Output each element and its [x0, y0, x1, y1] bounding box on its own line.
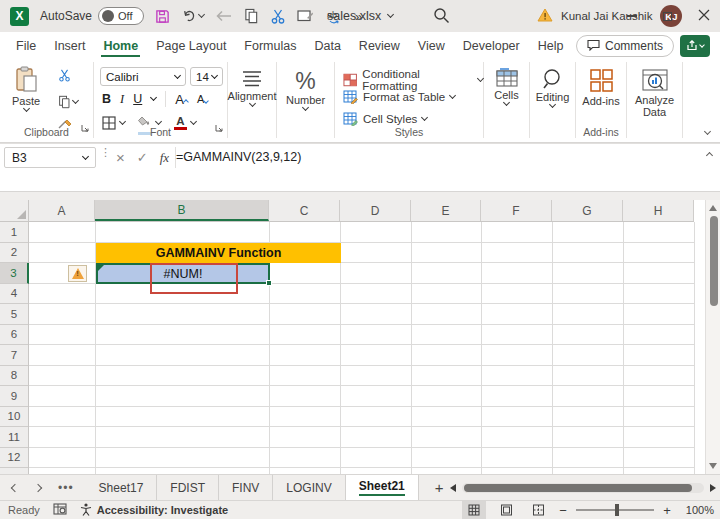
tab-developer[interactable]: Developer: [461, 35, 522, 57]
document-title[interactable]: sales.xlsx: [327, 0, 393, 32]
decrease-font-button[interactable]: A: [197, 93, 208, 105]
sheet-tab-finv[interactable]: FINV: [219, 475, 273, 500]
scroll-down-icon[interactable]: [709, 463, 717, 469]
tab-file[interactable]: File: [14, 35, 38, 57]
conditional-formatting-button[interactable]: Conditional Formatting: [343, 68, 483, 92]
addins-button[interactable]: Add-ins: [576, 68, 626, 107]
row-header-5[interactable]: 5: [0, 304, 28, 325]
number-button[interactable]: % Number: [277, 70, 334, 110]
vertical-scroll-thumb[interactable]: [710, 216, 718, 306]
autosave-toggle[interactable]: AutoSave Off: [40, 7, 144, 25]
column-header-c[interactable]: C: [269, 200, 340, 221]
page-break-view-button[interactable]: [526, 501, 550, 519]
insert-function-button[interactable]: fx: [160, 150, 169, 166]
tab-help[interactable]: Help: [536, 35, 566, 57]
column-header-g[interactable]: G: [552, 200, 623, 221]
vertical-scrollbar[interactable]: [705, 200, 720, 474]
comments-button[interactable]: Comments: [576, 35, 674, 57]
select-all-corner[interactable]: [0, 200, 29, 222]
tab-view[interactable]: View: [416, 35, 447, 57]
name-box[interactable]: B3: [4, 147, 96, 168]
error-options-button[interactable]: !: [68, 265, 87, 282]
zoom-out-button[interactable]: −: [558, 503, 568, 518]
next-sheet-icon[interactable]: [34, 483, 42, 491]
horizontal-scrollbar[interactable]: [450, 480, 716, 495]
paste-button[interactable]: Paste: [12, 66, 40, 111]
cut-button[interactable]: [58, 68, 78, 86]
normal-view-button[interactable]: [462, 501, 486, 519]
accessibility-status[interactable]: Accessibility: Investigate: [80, 503, 228, 518]
prev-sheet-icon[interactable]: [11, 483, 19, 491]
cells-button[interactable]: Cells: [484, 68, 529, 105]
format-as-table-button[interactable]: Format as Table: [343, 90, 455, 104]
column-header-e[interactable]: E: [411, 200, 481, 221]
tab-formulas[interactable]: Formulas: [242, 35, 298, 57]
page-layout-view-button[interactable]: [494, 501, 518, 519]
column-header-h[interactable]: H: [623, 200, 694, 221]
sheet-tab-sheet17[interactable]: Sheet17: [86, 475, 158, 500]
cell-b2-banner[interactable]: GAMMAINV Function: [96, 243, 341, 264]
enter-button[interactable]: ✓: [137, 150, 148, 165]
zoom-slider[interactable]: [576, 509, 654, 511]
email-icon[interactable]: [297, 9, 314, 23]
tab-insert[interactable]: Insert: [52, 35, 87, 57]
search-icon[interactable]: [433, 7, 450, 28]
cancel-button[interactable]: ×: [116, 149, 125, 166]
more-sheets-icon[interactable]: •••: [58, 481, 74, 495]
increase-font-button[interactable]: A: [175, 92, 188, 107]
copy-button[interactable]: [58, 95, 78, 109]
sheet-tab-sheet21-active[interactable]: Sheet21: [346, 475, 419, 500]
horizontal-scroll-thumb[interactable]: [464, 484, 692, 492]
close-button[interactable]: [698, 7, 710, 25]
row-header-4[interactable]: 4: [0, 284, 28, 305]
scroll-up-icon[interactable]: [709, 205, 717, 211]
font-name-select[interactable]: Calibri: [100, 67, 186, 86]
cells-area[interactable]: GAMMAINV Function #NUM! !: [29, 222, 695, 474]
tab-data[interactable]: Data: [312, 35, 342, 57]
row-header-3[interactable]: 3: [0, 263, 29, 284]
font-dialog-launcher-icon[interactable]: [215, 118, 223, 136]
tab-page-layout[interactable]: Page Layout: [154, 35, 228, 57]
row-header-12[interactable]: 12: [0, 448, 28, 469]
save-icon[interactable]: [155, 9, 170, 24]
row-header-1[interactable]: 1: [0, 222, 28, 243]
underline-dropdown-icon[interactable]: [150, 94, 157, 101]
underline-button[interactable]: U: [133, 92, 142, 106]
column-header-b[interactable]: B: [95, 200, 269, 221]
analyze-data-button[interactable]: Analyze Data: [627, 68, 682, 118]
clipboard-dialog-launcher-icon[interactable]: [81, 118, 89, 136]
column-header-d[interactable]: D: [340, 200, 411, 221]
zoom-level[interactable]: 100%: [680, 504, 714, 516]
cut-icon[interactable]: [271, 9, 285, 24]
sheet-tab-fdist[interactable]: FDIST: [157, 475, 219, 500]
row-header-7[interactable]: 7: [0, 345, 28, 366]
scroll-right-icon[interactable]: [710, 484, 716, 492]
new-sheet-button[interactable]: +: [435, 479, 444, 496]
zoom-in-button[interactable]: +: [662, 503, 672, 518]
zoom-slider-handle[interactable]: [615, 504, 619, 516]
italic-button[interactable]: I: [120, 92, 124, 107]
font-size-select[interactable]: 14: [190, 67, 223, 86]
row-header-6[interactable]: 6: [0, 325, 28, 346]
row-header-2[interactable]: 2: [0, 243, 28, 264]
scroll-left-icon[interactable]: [450, 484, 456, 492]
row-header-11[interactable]: 11: [0, 427, 28, 448]
sheet-tab-loginv[interactable]: LOGINV: [273, 475, 345, 500]
maximize-button[interactable]: [663, 12, 672, 21]
editing-button[interactable]: Editing: [530, 68, 575, 107]
tab-review[interactable]: Review: [357, 35, 402, 57]
minimize-button[interactable]: [627, 15, 637, 16]
undo-dropdown-icon[interactable]: [198, 11, 205, 18]
column-header-f[interactable]: F: [481, 200, 552, 221]
collapse-formula-bar-icon[interactable]: [706, 152, 713, 159]
tab-home[interactable]: Home: [101, 35, 140, 57]
row-header-8[interactable]: 8: [0, 366, 28, 387]
row-header-9[interactable]: 9: [0, 386, 28, 407]
warning-icon[interactable]: [537, 8, 553, 24]
undo-button[interactable]: [182, 9, 204, 23]
excel-logo-icon[interactable]: X: [10, 7, 29, 26]
formula-input[interactable]: =GAMMAINV(23,9,12): [176, 150, 301, 164]
macro-record-icon[interactable]: [53, 503, 67, 517]
cell-styles-button[interactable]: Cell Styles: [343, 112, 427, 126]
bold-button[interactable]: B: [102, 92, 111, 106]
